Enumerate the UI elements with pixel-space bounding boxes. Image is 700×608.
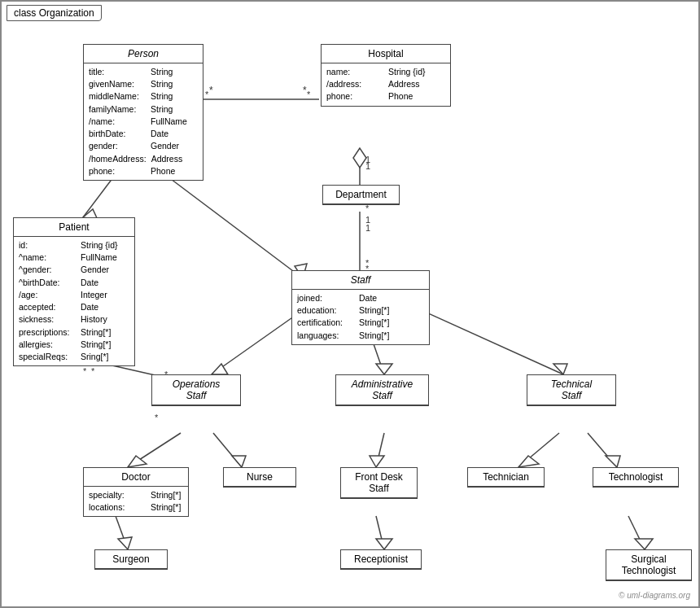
surgical-technologist-class: Surgical Technologist [606,549,692,581]
svg-marker-20 [376,364,392,374]
operations-staff-name: Operations Staff [152,375,240,405]
diagram-title: class Organization [7,5,102,21]
person-name: Person [84,45,203,63]
svg-line-12 [164,174,303,278]
title-text: class Organization [14,7,94,19]
hospital-body: name:String {id} /address:Address phone:… [322,63,450,106]
staff-name: Staff [292,271,429,290]
svg-line-37 [628,516,645,549]
surgeon-name: Surgeon [95,550,167,569]
administrative-staff-name: Administrative Staff [336,375,428,405]
svg-marker-24 [128,456,147,467]
operations-staff-class: Operations Staff [151,374,241,406]
administrative-staff-class: Administrative Staff [335,374,429,406]
department-name: Department [323,186,399,204]
diagram-container: class Organization * * 1 * 1 * * [0,0,700,608]
svg-marker-26 [232,456,246,467]
department-class: Department [322,185,400,205]
technician-name: Technician [468,468,544,487]
patient-class: Patient id:String {id} ^name:FullName ^g… [13,217,135,366]
front-desk-staff-class: Front Desk Staff [340,467,418,499]
svg-marker-28 [370,456,384,467]
technical-staff-class: Technical Staff [527,374,616,406]
mult-dept-staff-1: 1 [365,223,370,233]
mult-person-hospital-left: * [205,90,208,99]
svg-marker-18 [212,364,228,374]
patient-name: Patient [14,218,134,237]
svg-line-25 [213,433,242,467]
person-class: Person title:String givenName:String mid… [83,44,203,181]
technologist-name: Technologist [593,468,678,487]
svg-line-23 [128,433,181,467]
hospital-name: Hospital [322,45,450,63]
svg-line-29 [518,433,559,467]
doctor-name: Doctor [84,468,188,487]
surgeon-class: Surgeon [94,549,168,570]
mult-person-hospital-right: * [307,90,310,99]
svg-marker-4 [353,148,366,168]
svg-line-33 [116,516,128,549]
front-desk-staff-name: Front Desk Staff [341,468,417,498]
technical-staff-name: Technical Staff [527,375,615,405]
doctor-class: Doctor specialty:String[*] locations:Str… [83,467,189,517]
technologist-class: Technologist [593,467,679,488]
svg-line-27 [376,433,384,467]
receptionist-class: Receptionist [340,549,422,570]
doctor-body: specialty:String[*] locations:String[*] [84,487,188,516]
surgical-technologist-name: Surgical Technologist [606,550,691,580]
svg-line-31 [588,433,617,467]
svg-text:*: * [91,366,95,376]
svg-marker-38 [635,539,653,549]
mult-hospital-dept-star: * [365,203,369,213]
svg-marker-34 [118,537,132,549]
staff-class: Staff joined:Date education:String[*] ce… [291,270,430,345]
mult-hospital-dept-1: 1 [365,161,370,171]
svg-text:*: * [209,85,213,96]
mult-ops-star: * [155,413,158,422]
svg-marker-22 [553,364,567,374]
staff-body: joined:Date education:String[*] certific… [292,290,429,344]
patient-body: id:String {id} ^name:FullName ^gender:Ge… [14,237,134,365]
receptionist-name: Receptionist [341,550,421,569]
hospital-class: Hospital name:String {id} /address:Addre… [321,44,451,107]
svg-line-21 [409,304,563,374]
svg-line-35 [376,516,384,549]
mult-patient-star: * [83,366,86,376]
copyright: © uml-diagrams.org [619,591,690,600]
svg-marker-30 [518,456,539,467]
technician-class: Technician [467,467,545,488]
nurse-class: Nurse [223,467,296,488]
person-body: title:String givenName:String middleName… [84,63,203,180]
nurse-name: Nurse [224,468,295,487]
svg-marker-36 [376,539,392,549]
copyright-text: © uml-diagrams.org [619,591,690,600]
mult-dept-staff-star: * [365,264,369,273]
svg-marker-32 [606,456,620,467]
